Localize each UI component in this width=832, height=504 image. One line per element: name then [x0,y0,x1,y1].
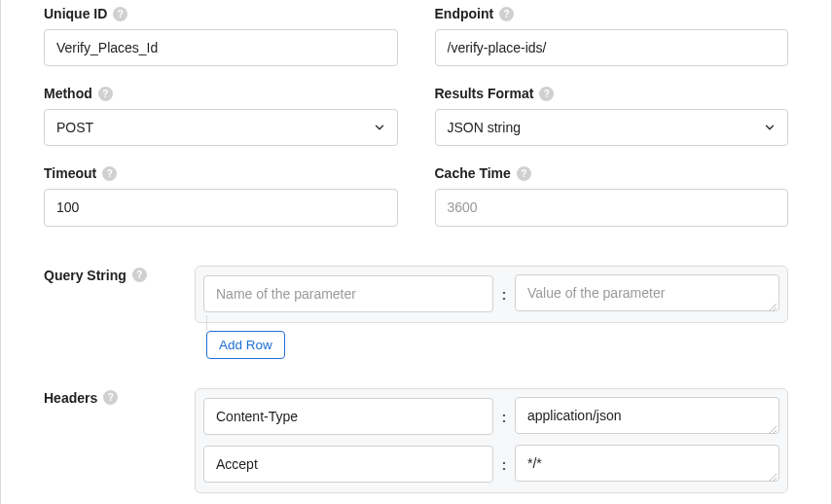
kv-separator: : [501,456,507,473]
help-icon[interactable]: ? [132,268,147,282]
help-icon[interactable]: ? [103,390,118,405]
timeout-label: Timeout ? [44,165,398,181]
endpoint-label: Endpoint ? [435,6,789,21]
header-row: : [203,445,779,485]
unique-id-label: Unique ID ? [44,6,398,21]
headers-label: Headers ? [44,390,165,406]
label-text: Headers [44,390,97,406]
add-row-button[interactable]: Add Row [206,331,285,359]
label-text: Endpoint [435,6,494,21]
help-icon[interactable]: ? [113,7,127,21]
param-name-input[interactable] [203,275,493,312]
method-select[interactable]: POST [44,109,398,146]
label-text: Method [44,86,92,101]
timeout-input[interactable] [44,189,398,226]
header-row: : [203,397,779,437]
kv-separator: : [501,409,507,425]
query-string-group: : [195,266,788,323]
label-text: Timeout [44,165,96,181]
cache-time-input[interactable] [435,189,789,226]
unique-id-input[interactable] [44,29,398,66]
method-label: Method ? [44,86,398,101]
param-value-input[interactable] [515,274,779,311]
help-icon[interactable]: ? [102,166,117,181]
query-string-row: : [203,274,779,314]
label-text: Unique ID [44,6,107,21]
endpoint-input[interactable] [435,29,789,66]
help-icon[interactable]: ? [98,87,113,101]
query-string-label: Query String ? [44,268,165,283]
headers-group: : : [195,388,788,493]
help-icon[interactable]: ? [499,7,514,21]
results-format-label: Results Format ? [435,86,789,101]
label-text: Cache Time [435,165,511,181]
label-text: Query String [44,268,127,283]
header-value-input[interactable] [515,397,779,434]
results-format-select[interactable]: JSON string [435,109,789,146]
cache-time-label: Cache Time ? [435,165,789,181]
label-text: Results Format [435,86,534,101]
header-name-input[interactable] [203,446,493,483]
header-name-input[interactable] [203,398,493,435]
header-value-input[interactable] [515,445,779,482]
help-icon[interactable]: ? [539,87,554,101]
help-icon[interactable]: ? [517,166,531,181]
kv-separator: : [501,286,507,303]
